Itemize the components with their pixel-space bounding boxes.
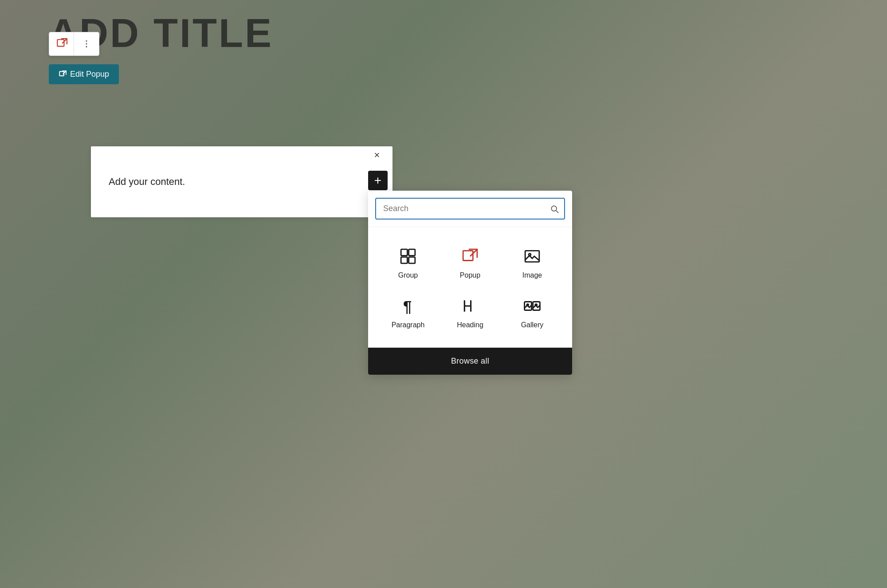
block-toolbar bbox=[49, 32, 99, 56]
svg-rect-12 bbox=[409, 257, 415, 263]
gallery-label: Gallery bbox=[521, 321, 544, 329]
close-icon: × bbox=[374, 149, 380, 161]
block-item-paragraph[interactable]: ¶ Paragraph bbox=[377, 287, 439, 337]
add-block-button[interactable]: + bbox=[368, 171, 388, 190]
search-input[interactable] bbox=[375, 198, 565, 220]
image-label: Image bbox=[522, 271, 542, 279]
paragraph-label: Paragraph bbox=[392, 321, 425, 329]
block-item-popup[interactable]: Popup bbox=[439, 238, 501, 287]
block-grid: Group Popup Image bbox=[368, 227, 572, 348]
block-item-gallery[interactable]: Gallery bbox=[501, 287, 563, 337]
svg-point-2 bbox=[86, 40, 87, 42]
edit-popup-button[interactable]: Edit Popup bbox=[49, 64, 119, 84]
block-item-heading[interactable]: Heading bbox=[439, 287, 501, 337]
search-container bbox=[368, 191, 572, 227]
heading-icon bbox=[459, 295, 481, 317]
svg-point-4 bbox=[86, 46, 87, 47]
popup-toolbar-button[interactable] bbox=[49, 32, 74, 55]
svg-rect-10 bbox=[409, 249, 415, 255]
block-item-group[interactable]: Group bbox=[377, 238, 439, 287]
more-options-button[interactable] bbox=[74, 32, 99, 55]
svg-rect-11 bbox=[401, 257, 407, 263]
heading-label: Heading bbox=[457, 321, 483, 329]
popup-icon bbox=[459, 246, 481, 267]
svg-rect-15 bbox=[525, 251, 539, 262]
group-icon bbox=[397, 246, 419, 267]
edit-popup-label: Edit Popup bbox=[70, 70, 109, 79]
block-inserter-panel: Group Popup Image bbox=[368, 191, 572, 375]
image-icon bbox=[522, 246, 543, 267]
external-link-icon bbox=[59, 71, 67, 78]
paragraph-icon: ¶ bbox=[397, 295, 419, 317]
svg-rect-9 bbox=[401, 249, 407, 255]
popup-label: Popup bbox=[460, 271, 480, 279]
svg-point-3 bbox=[86, 43, 87, 45]
close-inserter-button[interactable]: × bbox=[368, 146, 386, 164]
plus-icon: + bbox=[374, 173, 381, 188]
content-block: Add your content. bbox=[91, 146, 392, 217]
gallery-icon bbox=[522, 295, 543, 317]
group-label: Group bbox=[398, 271, 418, 279]
search-wrapper bbox=[375, 198, 565, 220]
content-placeholder-text: Add your content. bbox=[109, 176, 185, 188]
block-item-image[interactable]: Image bbox=[501, 238, 563, 287]
svg-text:¶: ¶ bbox=[403, 298, 412, 314]
browse-all-button[interactable]: Browse all bbox=[368, 348, 572, 375]
